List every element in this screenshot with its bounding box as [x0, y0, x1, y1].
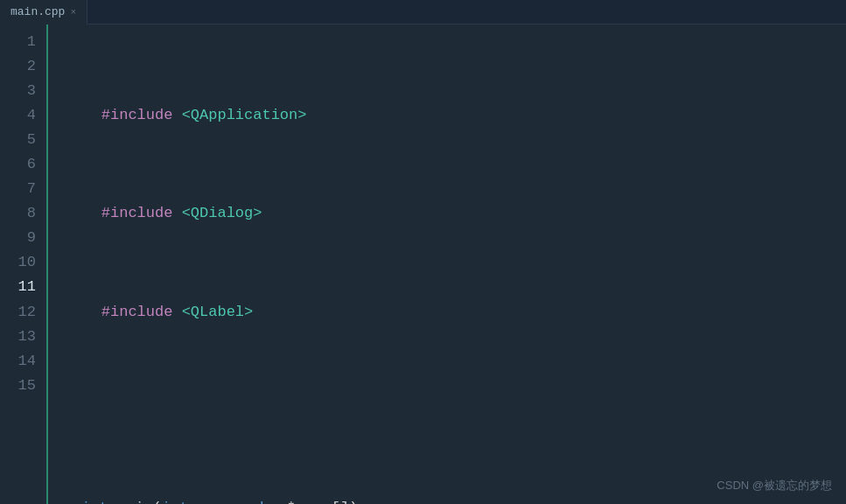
line-num-4: 4	[0, 103, 36, 128]
line-num-1: 1	[0, 30, 36, 54]
line-num-2: 2	[0, 54, 36, 79]
line-num-5: 5	[0, 128, 36, 152]
editor-container: 1 2 3 4 5 6 7 8 9 10 11 12 13 14 15 #inc…	[0, 24, 846, 504]
code-text: *argv[])	[287, 496, 359, 504]
keyword-int2: int	[162, 496, 189, 504]
code-line-3: #include <QLabel>	[66, 300, 846, 325]
keyword-include: #include	[101, 201, 173, 226]
line-num-7: 7	[0, 177, 36, 201]
code-line-2: #include <QDialog>	[66, 201, 846, 226]
keyword-char: char	[251, 496, 287, 504]
line-num-10: 10	[0, 250, 36, 275]
file-tab[interactable]: main.cpp ×	[0, 0, 87, 24]
header-name: <QApplication>	[182, 103, 307, 128]
line-num-8: 8	[0, 201, 36, 226]
line-num-12: 12	[0, 300, 36, 325]
code-text	[66, 398, 74, 423]
code-text	[172, 201, 181, 226]
keyword-include: #include	[101, 300, 173, 325]
line-numbers: 1 2 3 4 5 6 7 8 9 10 11 12 13 14 15	[0, 24, 48, 504]
line-num-11: 11	[0, 275, 36, 299]
watermark: CSDN @被遗忘的梦想	[717, 478, 832, 494]
code-line-5: ▾int main(int argc, char*argv[])	[66, 496, 846, 504]
line-num-13: 13	[0, 325, 36, 349]
code-text: main(	[108, 496, 162, 504]
code-text: argc,	[188, 496, 250, 504]
code-text	[66, 201, 101, 226]
keyword-include: #include	[101, 103, 173, 128]
tab-filename: main.cpp	[10, 5, 65, 18]
keyword-int: int	[81, 496, 108, 504]
code-line-1: #include <QApplication>	[66, 103, 846, 128]
code-line-4	[66, 398, 846, 423]
code-text	[172, 300, 181, 325]
line-num-15: 15	[0, 374, 36, 398]
header-name: <QDialog>	[182, 201, 262, 226]
header-name: <QLabel>	[182, 300, 254, 325]
code-text	[172, 103, 181, 128]
code-area[interactable]: #include <QApplication> #include <QDialo…	[48, 24, 846, 504]
code-text	[66, 103, 101, 128]
line-num-9: 9	[0, 226, 36, 250]
tab-bar: main.cpp ×	[0, 0, 846, 24]
close-icon[interactable]: ×	[70, 7, 76, 18]
line-num-6: 6	[0, 152, 36, 177]
line-num-14: 14	[0, 349, 36, 374]
line-num-3: 3	[0, 79, 36, 103]
code-text	[66, 300, 101, 325]
